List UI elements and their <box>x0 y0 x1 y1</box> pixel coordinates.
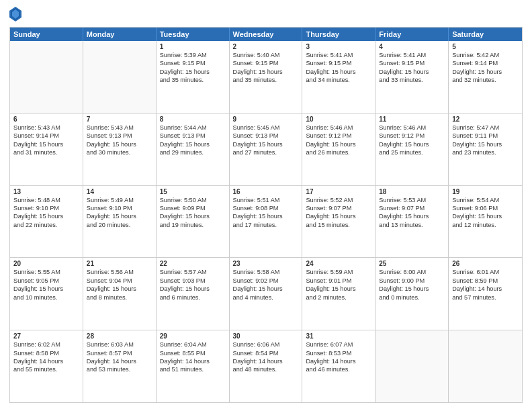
cell-line: Sunset: 9:07 PM <box>379 204 445 212</box>
cal-cell-28: 28Sunrise: 6:03 AMSunset: 8:57 PMDayligh… <box>83 330 157 402</box>
cell-line: and 6 minutes. <box>160 293 226 302</box>
cell-line: Daylight: 15 hours <box>13 212 79 220</box>
cell-line: Daylight: 15 hours <box>13 140 79 148</box>
header-day-saturday: Saturday <box>449 28 522 41</box>
cell-line: Sunrise: 5:46 AM <box>306 124 371 132</box>
cell-line: Daylight: 14 hours <box>452 285 519 293</box>
cell-line: and 0 minutes. <box>379 293 445 302</box>
cal-cell-6: 6Sunrise: 5:43 AMSunset: 9:14 PMDaylight… <box>10 113 83 185</box>
cell-line: and 33 minutes. <box>379 76 445 84</box>
day-number: 31 <box>306 332 371 340</box>
cal-cell-7: 7Sunrise: 5:43 AMSunset: 9:13 PMDaylight… <box>83 113 157 185</box>
cell-line: Sunrise: 5:41 AM <box>306 51 371 59</box>
day-number: 11 <box>379 116 445 123</box>
day-number: 26 <box>452 260 519 267</box>
cal-cell-31: 31Sunrise: 6:07 AMSunset: 8:53 PMDayligh… <box>302 330 375 402</box>
cell-line: Sunrise: 5:51 AM <box>233 196 299 204</box>
cell-line: Sunrise: 5:44 AM <box>160 124 226 132</box>
day-number: 9 <box>233 116 299 123</box>
calendar-row-0: 1Sunrise: 5:39 AMSunset: 9:15 PMDaylight… <box>10 41 522 113</box>
cell-line: and 34 minutes. <box>306 76 371 84</box>
cal-cell-8: 8Sunrise: 5:44 AMSunset: 9:13 PMDaylight… <box>157 113 230 185</box>
cell-line: and 22 minutes. <box>13 221 79 229</box>
cell-line: and 10 minutes. <box>13 293 79 302</box>
cell-line: and 2 minutes. <box>306 293 371 302</box>
cell-line: Sunset: 8:58 PM <box>13 349 79 357</box>
cell-line: Sunrise: 5:54 AM <box>452 196 519 204</box>
cell-line: Daylight: 15 hours <box>233 140 299 148</box>
day-number: 24 <box>306 260 371 267</box>
cell-line: Sunrise: 6:03 AM <box>87 340 152 349</box>
cal-cell-30: 30Sunrise: 6:06 AMSunset: 8:54 PMDayligh… <box>230 330 303 402</box>
cell-line: Daylight: 15 hours <box>452 68 519 76</box>
cell-line: and 31 minutes. <box>13 148 79 156</box>
cell-line: Sunset: 9:08 PM <box>233 204 299 212</box>
cell-line: Sunrise: 6:07 AM <box>306 340 371 349</box>
cal-cell-26: 26Sunrise: 6:01 AMSunset: 8:59 PMDayligh… <box>449 258 522 330</box>
cell-line: and 51 minutes. <box>160 365 226 373</box>
cell-line: and 20 minutes. <box>87 221 152 229</box>
cal-cell-21: 21Sunrise: 5:56 AMSunset: 9:04 PMDayligh… <box>83 258 157 330</box>
header-day-monday: Monday <box>83 28 157 41</box>
cell-line: Sunset: 8:57 PM <box>87 349 152 357</box>
day-number: 14 <box>87 188 152 195</box>
cell-line: and 32 minutes. <box>452 76 519 84</box>
cell-line: Daylight: 15 hours <box>306 285 371 293</box>
cell-line: Sunset: 9:14 PM <box>13 132 79 140</box>
header-day-sunday: Sunday <box>10 28 83 41</box>
cal-cell-3: 3Sunrise: 5:41 AMSunset: 9:15 PMDaylight… <box>302 41 375 113</box>
cal-cell-2: 2Sunrise: 5:40 AMSunset: 9:15 PMDaylight… <box>230 41 303 113</box>
cell-line: Sunrise: 5:45 AM <box>233 124 299 132</box>
day-number: 20 <box>13 260 79 267</box>
day-number: 15 <box>160 188 226 195</box>
calendar-header-row: SundayMondayTuesdayWednesdayThursdayFrid… <box>10 28 522 41</box>
day-number: 16 <box>233 188 299 195</box>
cell-line: Sunset: 8:59 PM <box>452 277 519 285</box>
cell-line: Daylight: 14 hours <box>13 357 79 365</box>
day-number: 6 <box>13 116 79 123</box>
cal-cell-24: 24Sunrise: 5:59 AMSunset: 9:01 PMDayligh… <box>302 258 375 330</box>
cell-line: Daylight: 15 hours <box>87 285 152 293</box>
calendar-body: 1Sunrise: 5:39 AMSunset: 9:15 PMDaylight… <box>10 41 522 402</box>
cell-line: Sunset: 8:54 PM <box>233 349 299 357</box>
cal-cell-20: 20Sunrise: 5:55 AMSunset: 9:05 PMDayligh… <box>10 258 83 330</box>
header-day-friday: Friday <box>375 28 449 41</box>
cell-line: Sunrise: 5:41 AM <box>379 51 445 59</box>
cell-line: Sunrise: 5:42 AM <box>452 51 519 59</box>
cell-line: Sunset: 9:02 PM <box>233 277 299 285</box>
cal-cell-empty-4-5 <box>375 330 449 402</box>
cell-line: Daylight: 15 hours <box>379 285 445 293</box>
cal-cell-5: 5Sunrise: 5:42 AMSunset: 9:14 PMDaylight… <box>449 41 522 113</box>
cell-line: Sunrise: 5:53 AM <box>379 196 445 204</box>
cell-line: Sunset: 9:15 PM <box>379 59 445 67</box>
cell-line: and 23 minutes. <box>452 148 519 156</box>
cell-line: Sunset: 9:12 PM <box>379 132 445 140</box>
cell-line: Daylight: 15 hours <box>160 140 226 148</box>
cell-line: Sunset: 9:13 PM <box>160 132 226 140</box>
day-number: 22 <box>160 260 226 267</box>
cell-line: and 35 minutes. <box>233 76 299 84</box>
cal-cell-19: 19Sunrise: 5:54 AMSunset: 9:06 PMDayligh… <box>449 186 522 258</box>
cal-cell-11: 11Sunrise: 5:46 AMSunset: 9:12 PMDayligh… <box>375 113 449 185</box>
calendar: SundayMondayTuesdayWednesdayThursdayFrid… <box>9 27 523 403</box>
cell-line: Sunrise: 5:39 AM <box>160 51 226 59</box>
day-number: 27 <box>13 332 79 340</box>
cell-line: Sunrise: 5:55 AM <box>13 268 79 276</box>
day-number: 10 <box>306 116 371 123</box>
cal-cell-25: 25Sunrise: 6:00 AMSunset: 9:00 PMDayligh… <box>375 258 449 330</box>
cal-cell-12: 12Sunrise: 5:47 AMSunset: 9:11 PMDayligh… <box>449 113 522 185</box>
cal-cell-17: 17Sunrise: 5:52 AMSunset: 9:07 PMDayligh… <box>302 186 375 258</box>
day-number: 23 <box>233 260 299 267</box>
day-number: 30 <box>233 332 299 340</box>
cell-line: Sunset: 9:10 PM <box>87 204 152 212</box>
day-number: 5 <box>452 43 519 50</box>
cell-line: Sunset: 9:06 PM <box>452 204 519 212</box>
day-number: 7 <box>87 116 152 123</box>
day-number: 19 <box>452 188 519 195</box>
header <box>9 8 523 21</box>
cal-cell-16: 16Sunrise: 5:51 AMSunset: 9:08 PMDayligh… <box>230 186 303 258</box>
cell-line: and 48 minutes. <box>233 365 299 373</box>
cell-line: Daylight: 15 hours <box>233 285 299 293</box>
cell-line: Sunset: 9:13 PM <box>233 132 299 140</box>
day-number: 2 <box>233 43 299 50</box>
